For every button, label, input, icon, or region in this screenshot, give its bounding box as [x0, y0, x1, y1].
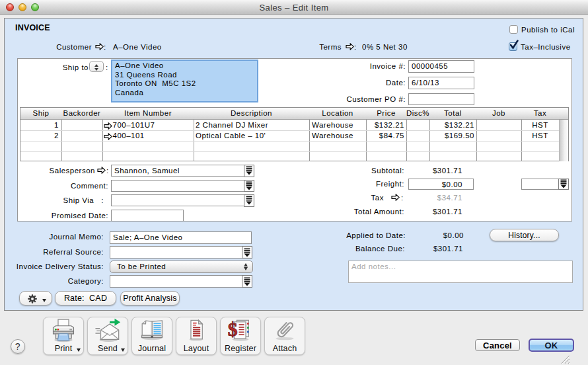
- svg-text:$: $: [228, 319, 238, 340]
